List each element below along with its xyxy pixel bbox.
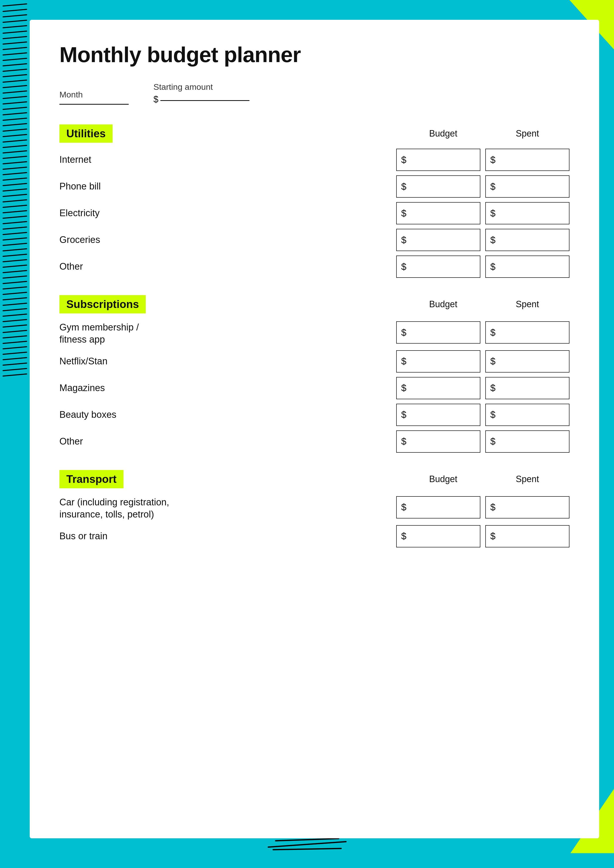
gym-label: Gym membership / fitness app xyxy=(59,321,203,346)
utilities-other-row: Other $ $ xyxy=(59,256,569,278)
bus-spent-dollar: $ xyxy=(490,531,496,541)
phone-bill-label: Phone bill xyxy=(59,180,203,192)
groceries-spent-input[interactable]: $ xyxy=(485,229,569,251)
groceries-label: Groceries xyxy=(59,234,203,246)
transport-spent-col-header: Spent xyxy=(485,474,569,484)
page-title: Monthly budget planner xyxy=(59,42,569,67)
gym-spent-input[interactable]: $ xyxy=(485,321,569,344)
transport-bus-row: Bus or train $ $ xyxy=(59,525,569,547)
transport-car-row: Car (including registration, insurance, … xyxy=(59,494,569,521)
netflix-budget-input[interactable]: $ xyxy=(396,350,480,372)
groceries-fields: $ $ xyxy=(396,229,569,251)
utilities-section-header: Utilities Budget Spent xyxy=(59,124,569,143)
beauty-spent-dollar: $ xyxy=(490,409,496,420)
beauty-budget-dollar: $ xyxy=(401,409,406,420)
car-label: Car (including registration, insurance, … xyxy=(59,496,203,521)
bus-budget-input[interactable]: $ xyxy=(396,525,480,547)
magazines-spent-input[interactable]: $ xyxy=(485,377,569,399)
phone-spent-dollar: $ xyxy=(490,181,496,192)
magazines-spent-dollar: $ xyxy=(490,383,496,393)
subscriptions-other-label: Other xyxy=(59,436,203,448)
starting-amount-field: Starting amount $ xyxy=(154,82,249,105)
utilities-phone-row: Phone bill $ $ xyxy=(59,175,569,198)
netflix-spent-input[interactable]: $ xyxy=(485,350,569,372)
subscriptions-other-budget-input[interactable]: $ xyxy=(396,431,480,453)
beauty-spent-input[interactable]: $ xyxy=(485,404,569,426)
transport-col-headers: Budget Spent xyxy=(401,474,569,484)
beauty-boxes-label: Beauty boxes xyxy=(59,409,203,421)
utilities-other-budget-dollar: $ xyxy=(401,262,406,272)
starting-amount-underline xyxy=(160,100,249,101)
subscriptions-netflix-row: Netflix/Stan $ $ xyxy=(59,350,569,372)
internet-budget-input[interactable]: $ xyxy=(396,149,480,171)
subscriptions-title-badge: Subscriptions xyxy=(59,295,146,313)
subscriptions-other-row: Other $ $ xyxy=(59,431,569,453)
bus-fields: $ $ xyxy=(396,525,569,547)
subscriptions-other-spent-dollar: $ xyxy=(490,436,496,447)
utilities-other-fields: $ $ xyxy=(396,256,569,278)
magazines-budget-input[interactable]: $ xyxy=(396,377,480,399)
utilities-other-budget-input[interactable]: $ xyxy=(396,256,480,278)
subscriptions-other-budget-dollar: $ xyxy=(401,436,406,447)
bus-spent-input[interactable]: $ xyxy=(485,525,569,547)
utilities-title-badge: Utilities xyxy=(59,124,113,143)
bg-waves-left xyxy=(0,0,30,868)
groceries-spent-dollar: $ xyxy=(490,235,496,245)
internet-spent-input[interactable]: $ xyxy=(485,149,569,171)
groceries-budget-input[interactable]: $ xyxy=(396,229,480,251)
netflix-spent-dollar: $ xyxy=(490,356,496,367)
utilities-col-headers: Budget Spent xyxy=(401,129,569,139)
bus-train-label: Bus or train xyxy=(59,530,203,542)
gym-budget-input[interactable]: $ xyxy=(396,321,480,344)
internet-fields: $ $ xyxy=(396,149,569,171)
car-budget-input[interactable]: $ xyxy=(396,496,480,518)
subscriptions-magazines-row: Magazines $ $ xyxy=(59,377,569,399)
month-label: Month xyxy=(59,90,129,99)
starting-amount-dollar-sign: $ xyxy=(154,94,159,105)
gym-spent-dollar: $ xyxy=(490,327,496,338)
netflix-budget-dollar: $ xyxy=(401,356,406,367)
subscriptions-section: Subscriptions Budget Spent Gym membershi… xyxy=(59,295,569,453)
subscriptions-other-spent-input[interactable]: $ xyxy=(485,431,569,453)
header-row: Month Starting amount $ xyxy=(59,82,569,105)
month-field: Month xyxy=(59,90,129,105)
subscriptions-gym-row: Gym membership / fitness app $ $ xyxy=(59,319,569,346)
transport-budget-col-header: Budget xyxy=(401,474,485,484)
magazines-fields: $ $ xyxy=(396,377,569,399)
utilities-other-label: Other xyxy=(59,260,203,273)
utilities-electricity-row: Electricity $ $ xyxy=(59,202,569,224)
subscriptions-other-fields: $ $ xyxy=(396,431,569,453)
subscriptions-col-headers: Budget Spent xyxy=(401,299,569,310)
car-fields: $ $ xyxy=(396,496,569,518)
utilities-other-spent-dollar: $ xyxy=(490,262,496,272)
subscriptions-budget-col-header: Budget xyxy=(401,299,485,310)
electricity-budget-dollar: $ xyxy=(401,208,406,219)
gym-fields: $ $ xyxy=(396,321,569,344)
phone-spent-input[interactable]: $ xyxy=(485,175,569,198)
internet-budget-dollar: $ xyxy=(401,155,406,165)
main-card: Monthly budget planner Month Starting am… xyxy=(30,20,599,838)
bus-budget-dollar: $ xyxy=(401,531,406,541)
phone-budget-dollar: $ xyxy=(401,181,406,192)
electricity-spent-input[interactable]: $ xyxy=(485,202,569,224)
magazines-budget-dollar: $ xyxy=(401,383,406,393)
subscriptions-beauty-row: Beauty boxes $ $ xyxy=(59,404,569,426)
phone-budget-input[interactable]: $ xyxy=(396,175,480,198)
transport-section: Transport Budget Spent Car (including re… xyxy=(59,470,569,547)
electricity-budget-input[interactable]: $ xyxy=(396,202,480,224)
transport-section-header: Transport Budget Spent xyxy=(59,470,569,488)
utilities-section: Utilities Budget Spent Internet $ $ Phon… xyxy=(59,124,569,278)
utilities-other-spent-input[interactable]: $ xyxy=(485,256,569,278)
starting-amount-label: Starting amount xyxy=(154,82,249,92)
utilities-budget-col-header: Budget xyxy=(401,129,485,139)
beauty-budget-input[interactable]: $ xyxy=(396,404,480,426)
utilities-groceries-row: Groceries $ $ xyxy=(59,229,569,251)
transport-title-badge: Transport xyxy=(59,470,123,488)
netflix-fields: $ $ xyxy=(396,350,569,372)
electricity-label: Electricity xyxy=(59,207,203,219)
car-spent-input[interactable]: $ xyxy=(485,496,569,518)
internet-spent-dollar: $ xyxy=(490,155,496,165)
utilities-internet-row: Internet $ $ xyxy=(59,149,569,171)
starting-amount-dollar-field: $ xyxy=(154,94,249,105)
car-budget-dollar: $ xyxy=(401,502,406,513)
